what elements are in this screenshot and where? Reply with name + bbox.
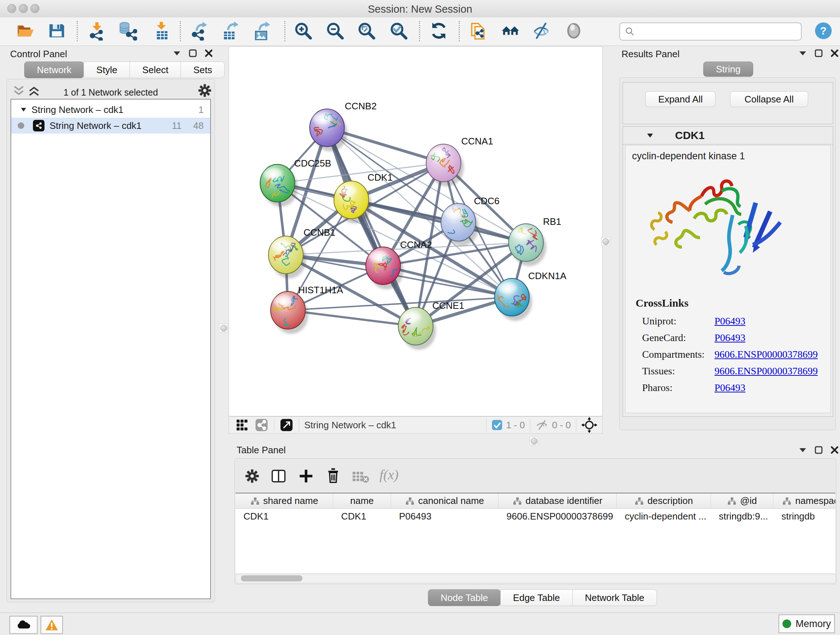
open-in-window-icon[interactable] <box>279 418 294 432</box>
network-column-icon <box>635 497 644 505</box>
table-cell[interactable]: stringdb <box>774 509 835 524</box>
column-header-description[interactable]: description <box>617 494 711 508</box>
svg-text:CCNA2: CCNA2 <box>400 239 432 250</box>
left-splitter-grip[interactable] <box>219 324 228 333</box>
warning-button[interactable] <box>41 616 63 634</box>
string-style-icon[interactable] <box>254 418 269 432</box>
network-row-label: String Network – cdk1 <box>50 120 141 131</box>
column-header-shared-name[interactable]: shared name <box>235 494 333 508</box>
network-collection-label: String Network – cdk1 <box>32 104 123 116</box>
add-column-icon[interactable] <box>298 468 314 484</box>
status-bar: Memory <box>0 613 840 635</box>
hide-show-icon[interactable] <box>532 21 551 41</box>
network-options-gear-icon[interactable] <box>198 84 212 97</box>
scrollbar-thumb[interactable] <box>241 575 302 581</box>
tab-edge-table[interactable]: Edge Table <box>500 589 573 606</box>
starter-panel-icon[interactable] <box>501 21 520 41</box>
zoom-out-icon[interactable] <box>325 21 345 41</box>
network-row-selected[interactable]: String Network – cdk1 11 48 <box>11 118 210 134</box>
cloud-button[interactable] <box>9 616 38 634</box>
export-image-icon[interactable] <box>252 21 272 41</box>
column-header-namespace[interactable]: namespace <box>774 494 835 508</box>
control-panel: Control Panel NetworkStyleSelectSets 1 o… <box>0 46 228 613</box>
expand-all-button[interactable]: Expand All <box>645 91 715 107</box>
tab-node-table[interactable]: Node Table <box>428 589 501 606</box>
show-columns-icon[interactable] <box>271 468 286 484</box>
import-network-database-icon[interactable] <box>118 21 137 41</box>
column-header-database-identifier[interactable]: database identifier <box>499 494 617 508</box>
network-graph[interactable]: CCNB2CCNA1CDC25BCDK1CDC6RB1CCNB1CCNA2CDK… <box>229 47 602 416</box>
memory-button[interactable]: Memory <box>778 614 835 633</box>
table-options-gear-icon[interactable] <box>245 469 259 483</box>
graphics-details-icon[interactable] <box>564 21 584 41</box>
birdseye-view-icon[interactable] <box>235 418 249 432</box>
collapse-panel-icon[interactable] <box>173 51 181 56</box>
open-file-icon[interactable] <box>15 21 34 41</box>
zoom-in-icon[interactable] <box>294 21 313 41</box>
network-column-icon <box>405 497 415 505</box>
table-cell[interactable]: P06493 <box>391 509 499 524</box>
crosslink-link[interactable]: P06493 <box>714 332 745 344</box>
zoom-selected-icon[interactable] <box>389 21 409 41</box>
tab-string[interactable]: String <box>703 62 753 77</box>
delete-column-icon[interactable] <box>326 467 340 484</box>
export-network-icon[interactable] <box>189 21 209 41</box>
help-icon[interactable]: ? <box>814 22 832 40</box>
table-cell[interactable]: stringdb:9... <box>711 509 774 524</box>
horizontal-scrollbar[interactable] <box>235 574 836 583</box>
table-cell[interactable]: CDK1 <box>333 509 391 524</box>
float-panel-icon[interactable] <box>815 446 823 454</box>
column-header-@id[interactable]: @id <box>711 494 774 508</box>
tab-style[interactable]: Style <box>84 62 130 78</box>
collapse-panel-icon[interactable] <box>799 448 807 453</box>
selected-checkbox-icon[interactable] <box>492 420 502 431</box>
import-network-file-icon[interactable] <box>87 21 107 41</box>
crosslink-link[interactable]: 9606.ENSP00000378699 <box>714 365 818 377</box>
table-cell[interactable]: cyclin-dependent ... <box>617 509 711 524</box>
window-title: Session: New Session <box>0 3 840 15</box>
function-builder-button: f(x) <box>379 467 399 483</box>
table-cell[interactable]: 9606.ENSP00000378699 <box>499 509 617 524</box>
table-cell[interactable]: CDK1 <box>235 509 333 524</box>
save-session-icon[interactable] <box>47 21 66 41</box>
hidden-counts: 0 - 0 <box>552 420 571 431</box>
close-panel-icon[interactable] <box>831 446 838 454</box>
search-input[interactable] <box>638 26 801 37</box>
column-header-name[interactable]: name <box>333 494 391 508</box>
export-table-icon[interactable] <box>221 21 240 41</box>
crosslink-link[interactable]: P06493 <box>714 382 745 394</box>
network-list: String Network – cdk1 1 String Network –… <box>11 99 211 599</box>
table-row[interactable]: CDK1CDK1P064939606.ENSP00000378699cyclin… <box>235 509 835 524</box>
zoom-fit-icon[interactable] <box>357 21 376 41</box>
close-panel-icon[interactable] <box>831 49 838 57</box>
network-canvas[interactable]: CCNB2CCNA1CDC25BCDK1CDC6RB1CCNB1CCNA2CDK… <box>229 46 603 416</box>
svg-text:CDK1: CDK1 <box>368 172 393 183</box>
right-splitter-grip[interactable] <box>601 237 610 246</box>
tree-expand-icon[interactable] <box>21 108 27 112</box>
network-collection-row[interactable]: String Network – cdk1 1 <box>11 100 210 118</box>
apply-layout-icon[interactable] <box>429 21 448 41</box>
close-panel-icon[interactable] <box>205 49 213 57</box>
share-file-icon[interactable] <box>469 21 488 41</box>
column-header-canonical-name[interactable]: canonical name <box>391 494 499 508</box>
crosslink-link[interactable]: 9606.ENSP00000378699 <box>714 348 818 360</box>
collapse-all-button[interactable]: Collapse All <box>730 91 808 107</box>
tab-sets[interactable]: Sets <box>180 62 225 78</box>
network-column-icon <box>727 497 737 505</box>
tab-network[interactable]: Network <box>24 62 84 78</box>
gene-symbol: CDK1 <box>675 129 705 141</box>
column-header-label: namespace <box>795 495 835 507</box>
fit-selected-crosshair-icon[interactable] <box>581 417 597 433</box>
search-box <box>619 22 802 41</box>
float-panel-icon[interactable] <box>815 49 823 57</box>
crosslink-link[interactable]: P06493 <box>714 315 745 327</box>
collapse-panel-icon[interactable] <box>799 51 807 56</box>
results-panel-title: Results Panel <box>622 49 679 60</box>
tab-select[interactable]: Select <box>129 62 181 78</box>
section-collapse-icon[interactable] <box>647 133 653 138</box>
graph-node-RB1: RB1 <box>508 216 561 261</box>
import-table-icon[interactable] <box>152 21 171 41</box>
gene-section-header[interactable]: CDK1 <box>623 127 833 144</box>
float-panel-icon[interactable] <box>189 49 197 57</box>
tab-network-table[interactable]: Network Table <box>572 589 657 606</box>
